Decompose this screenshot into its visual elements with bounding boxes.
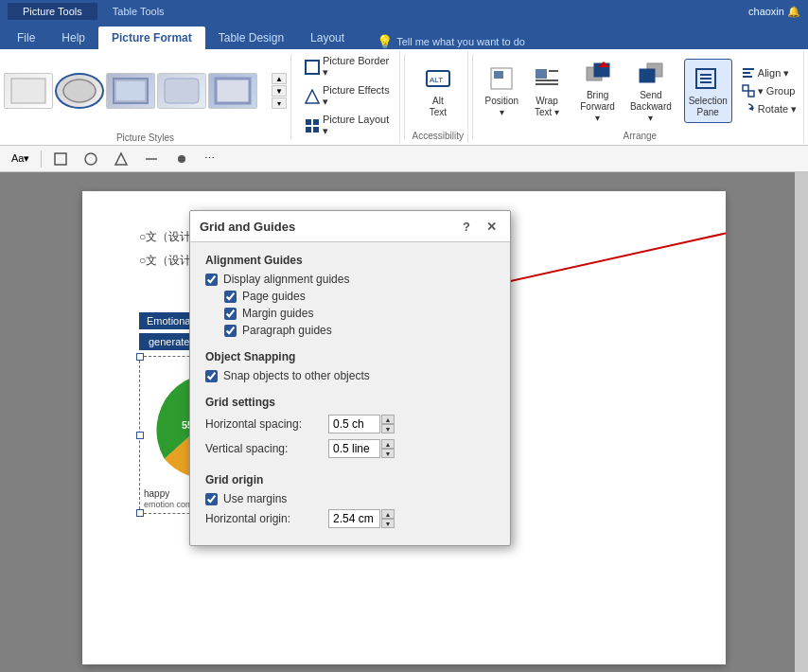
ribbon-tab-picture-format[interactable]: Picture Format: [98, 27, 205, 49]
styles-dropdown-btn[interactable]: Aa▾: [6, 149, 35, 169]
title-bar-tabs: Picture Tools Table Tools: [8, 3, 180, 20]
bring-forward-icon: [583, 58, 613, 88]
ribbon-tab-file[interactable]: File: [4, 27, 48, 49]
snap-objects-checkbox[interactable]: [205, 370, 218, 382]
v-spacing-down[interactable]: ▼: [381, 449, 395, 458]
dialog-close-btn[interactable]: ✕: [482, 217, 501, 236]
selection-pane-btn[interactable]: SelectionPane: [684, 59, 732, 123]
h-spacing-down[interactable]: ▼: [381, 424, 395, 433]
alt-text-btn[interactable]: ALT AltText: [417, 60, 459, 122]
user-info: chaoxin 🔔: [748, 6, 800, 18]
h-spacing-up[interactable]: ▲: [381, 415, 395, 424]
style-scroll-up[interactable]: ▲: [272, 73, 287, 84]
picture-effects-icon: [305, 89, 320, 104]
position-label: Position ▾: [484, 96, 518, 118]
shape-btn-3[interactable]: [108, 149, 134, 169]
ribbon-tab-layout[interactable]: Layout: [297, 27, 358, 49]
title-tab-picture-tools[interactable]: Picture Tools: [8, 3, 97, 20]
handle-bl: [136, 509, 144, 517]
v-spacing-up[interactable]: ▲: [381, 439, 395, 449]
use-margins-label: Use margins: [223, 492, 287, 505]
spacer3: [205, 464, 495, 473]
style-thumb-4[interactable]: [157, 73, 206, 109]
picture-border-btn[interactable]: Picture Border ▾: [301, 53, 394, 80]
title-tab-table-tools[interactable]: Table Tools: [97, 3, 180, 20]
align-btn[interactable]: Align ▾: [738, 64, 800, 81]
send-backward-btn[interactable]: SendBackward ▾: [624, 54, 677, 128]
position-btn[interactable]: Position ▾: [479, 60, 524, 122]
svg-rect-30: [743, 76, 752, 78]
handle-ml: [136, 432, 144, 439]
h-origin-input[interactable]: [328, 509, 380, 528]
margin-guides-label: Margin guides: [242, 307, 313, 320]
h-origin-down[interactable]: ▼: [381, 519, 395, 528]
handle-tl: [136, 353, 144, 361]
object-snapping-section: Object Snapping: [205, 350, 495, 363]
picture-effects-btn[interactable]: Picture Effects ▾: [301, 82, 394, 110]
picture-effects-label: Picture Effects ▾: [323, 84, 390, 108]
picture-layout-btn[interactable]: Picture Layout ▾: [301, 112, 394, 139]
styles-dropdown-icon: Aa▾: [11, 152, 29, 165]
wrap-text-btn[interactable]: WrapText ▾: [526, 60, 568, 122]
shape-btn-2[interactable]: [78, 149, 104, 169]
sep1: [290, 55, 291, 139]
paragraph-guides-checkbox[interactable]: [224, 325, 237, 337]
use-margins-checkbox[interactable]: [205, 493, 218, 505]
svg-point-38: [178, 155, 185, 163]
ribbon-tab-help[interactable]: Help: [48, 27, 98, 49]
selection-pane-label: SelectionPane: [689, 96, 728, 118]
dialog-title-text: Grid and Guides: [200, 220, 295, 234]
tell-me-text[interactable]: Tell me what you want to do: [396, 36, 525, 47]
style-scroll-more[interactable]: ▾: [272, 97, 287, 109]
paragraph-guides-label: Paragraph guides: [242, 324, 332, 337]
page-guides-checkbox[interactable]: [224, 291, 237, 303]
rotate-label: Rotate ▾: [758, 103, 797, 115]
ribbon-tabs: File Help Picture Format Table Design La…: [0, 23, 808, 49]
doc-scrollbar[interactable]: [795, 172, 808, 672]
dialog-body: Alignment Guides Display alignment guide…: [190, 242, 510, 545]
picture-border-label: Picture Border ▾: [323, 55, 390, 79]
vertical-spacing-row: Vertical spacing: ▲ ▼: [205, 439, 495, 458]
selection-pane-icon: [693, 63, 723, 94]
dialog-help-btn[interactable]: ?: [457, 217, 476, 236]
more-btn[interactable]: ⋯: [199, 149, 220, 169]
svg-rect-8: [306, 119, 311, 125]
svg-rect-6: [306, 61, 319, 74]
svg-rect-16: [536, 69, 547, 79]
send-backward-label: SendBackward ▾: [629, 90, 672, 124]
use-margins-row: Use margins: [205, 492, 495, 505]
margin-guides-checkbox[interactable]: [224, 308, 237, 320]
svg-rect-23: [640, 69, 655, 82]
style-thumb-5[interactable]: [208, 73, 257, 109]
rotate-btn[interactable]: Rotate ▾: [738, 100, 800, 117]
style-thumb-3[interactable]: [106, 73, 155, 109]
v-spacing-input[interactable]: [328, 439, 380, 458]
group-btn[interactable]: ▾ Group: [738, 82, 800, 99]
style-thumb-2[interactable]: [55, 73, 104, 109]
grid-guides-dialog: Grid and Guides ? ✕ Alignment Guides Dis…: [189, 210, 511, 546]
h-origin-up[interactable]: ▲: [381, 509, 395, 519]
style-thumb-1[interactable]: [4, 73, 53, 109]
style-scroll-down[interactable]: ▼: [272, 85, 287, 97]
shape-btn-4[interactable]: [138, 149, 165, 169]
shape-btn-1[interactable]: [47, 149, 74, 169]
picture-border-icon: [305, 60, 320, 75]
adjust-group-content: Picture Border ▾ Picture Effects ▾ Pictu…: [301, 53, 394, 139]
margin-guides-row: Margin guides: [224, 307, 495, 320]
h-spacing-input[interactable]: [328, 415, 380, 433]
display-alignment-row: Display alignment guides: [205, 273, 495, 286]
adjust-group: Picture Border ▾ Picture Effects ▾ Pictu…: [295, 51, 400, 143]
position-icon: [486, 63, 517, 94]
svg-point-1: [63, 80, 96, 102]
ribbon-tab-table-design[interactable]: Table Design: [205, 27, 297, 49]
bring-forward-btn[interactable]: BringForward ▾: [573, 54, 622, 128]
shape-btn-5[interactable]: [168, 149, 195, 169]
svg-rect-32: [748, 91, 754, 97]
shape-icon-1: [53, 151, 68, 167]
grid-origin-section: Grid origin: [205, 473, 495, 486]
bring-forward-label: BringForward ▾: [579, 90, 616, 124]
display-alignment-checkbox[interactable]: [205, 274, 218, 286]
h-spacing-spinner: ▲ ▼: [381, 415, 395, 433]
svg-rect-28: [743, 68, 754, 70]
svg-rect-34: [55, 153, 66, 165]
